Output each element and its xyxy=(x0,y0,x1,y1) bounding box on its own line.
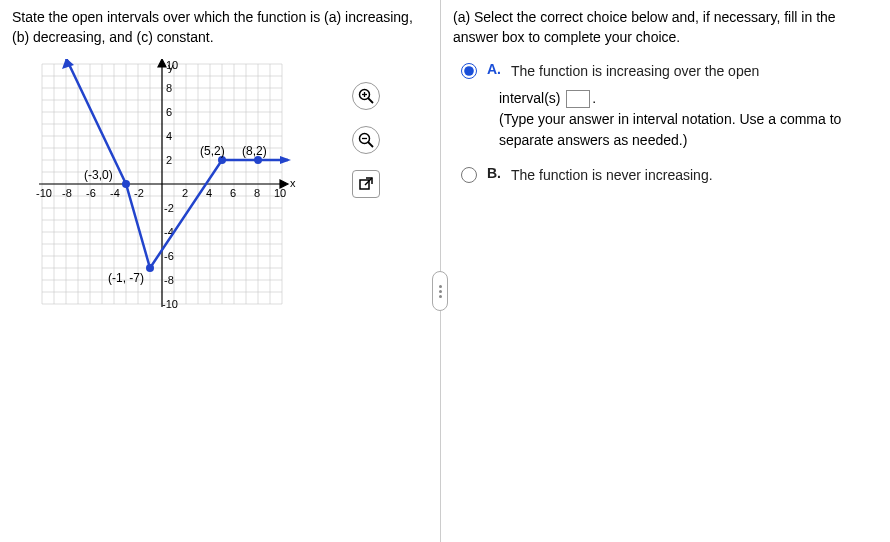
svg-text:4: 4 xyxy=(206,187,212,199)
svg-line-83 xyxy=(368,142,373,147)
choice-b[interactable]: B. The function is never increasing. xyxy=(461,165,878,186)
svg-text:(-1, -7): (-1, -7) xyxy=(108,271,144,285)
open-new-window-icon[interactable] xyxy=(352,170,380,198)
choice-b-text: The function is never increasing. xyxy=(511,167,713,183)
svg-text:-2: -2 xyxy=(134,187,144,199)
svg-point-71 xyxy=(146,264,154,272)
svg-marker-69 xyxy=(280,156,291,164)
svg-text:(-3,0): (-3,0) xyxy=(84,168,113,182)
svg-text:-6: -6 xyxy=(86,187,96,199)
choice-a-letter: A. xyxy=(487,61,501,77)
svg-text:-10: -10 xyxy=(36,187,52,199)
svg-text:10: 10 xyxy=(274,187,286,199)
svg-text:-8: -8 xyxy=(62,187,72,199)
svg-marker-44 xyxy=(158,59,166,67)
svg-text:8: 8 xyxy=(166,82,172,94)
choice-a-text-2: interval(s) xyxy=(499,90,560,106)
choice-b-letter: B. xyxy=(487,165,501,181)
function-graph: y x 10 8 6 4 2 -2 -4 -6 -8 -10 -10 -8 xyxy=(22,59,322,319)
svg-text:x: x xyxy=(290,177,296,189)
svg-text:6: 6 xyxy=(230,187,236,199)
svg-text:-4: -4 xyxy=(110,187,120,199)
choice-a-text-1: The function is increasing over the open xyxy=(511,63,759,79)
svg-text:10: 10 xyxy=(166,59,178,71)
svg-text:8: 8 xyxy=(254,187,260,199)
svg-text:-8: -8 xyxy=(164,274,174,286)
svg-text:4: 4 xyxy=(166,130,172,142)
svg-text:2: 2 xyxy=(166,154,172,166)
choice-a-radio[interactable] xyxy=(461,63,477,79)
question-prompt: State the open intervals over which the … xyxy=(12,8,428,47)
svg-point-70 xyxy=(122,180,130,188)
choice-b-radio[interactable] xyxy=(461,167,477,183)
divider-handle-icon[interactable] xyxy=(432,271,448,311)
zoom-out-icon[interactable] xyxy=(352,126,380,154)
svg-text:-2: -2 xyxy=(164,202,174,214)
svg-text:2: 2 xyxy=(182,187,188,199)
svg-text:(8,2): (8,2) xyxy=(242,144,267,158)
svg-text:(5,2): (5,2) xyxy=(200,144,225,158)
panel-divider[interactable] xyxy=(440,0,441,542)
zoom-in-icon[interactable] xyxy=(352,82,380,110)
choice-a-hint: (Type your answer in interval notation. … xyxy=(499,111,841,148)
answer-instruction: (a) Select the correct choice below and,… xyxy=(453,8,878,47)
interval-answer-box[interactable] xyxy=(566,90,590,108)
svg-text:6: 6 xyxy=(166,106,172,118)
svg-text:-6: -6 xyxy=(164,250,174,262)
choice-a-period: . xyxy=(592,90,596,106)
svg-line-79 xyxy=(368,98,373,103)
choice-a[interactable]: A. The function is increasing over the o… xyxy=(461,61,878,82)
svg-text:-10: -10 xyxy=(162,298,178,310)
